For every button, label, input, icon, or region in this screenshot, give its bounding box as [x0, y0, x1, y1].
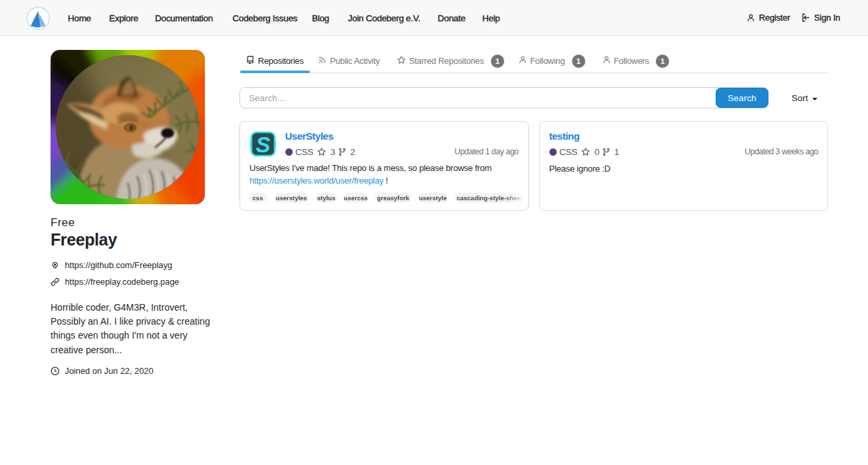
svg-text:S: S: [255, 132, 270, 157]
